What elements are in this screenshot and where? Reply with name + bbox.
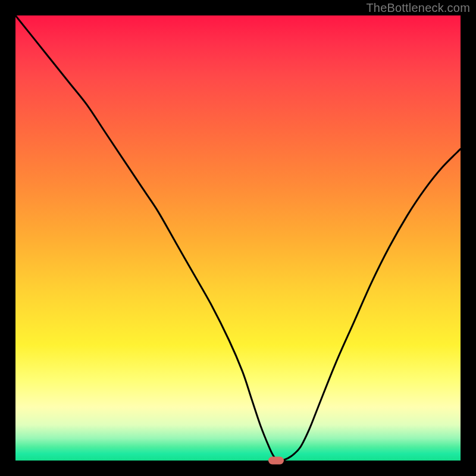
bottleneck-curve — [15, 15, 461, 461]
curve-svg — [15, 15, 461, 461]
plot-area — [15, 15, 461, 461]
watermark-text: TheBottleneck.com — [366, 1, 470, 15]
optimum-marker — [268, 457, 284, 465]
chart-frame: TheBottleneck.com — [0, 0, 476, 476]
